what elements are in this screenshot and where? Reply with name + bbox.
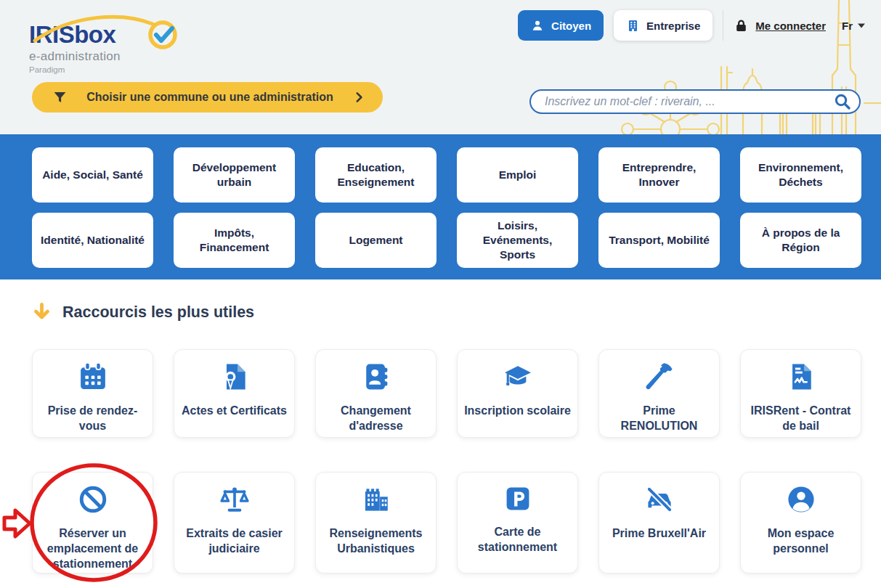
category-transport-mobilite[interactable]: Transport, Mobilité xyxy=(598,213,720,268)
card-irisrent-contrat-de-bail[interactable]: IRISRent - Contrat de bail xyxy=(740,349,861,438)
card-mon-espace-personnel[interactable]: Mon espace personnel xyxy=(740,472,861,573)
shortcuts-heading: Raccourcis les plus utiles xyxy=(32,302,254,322)
category-emploi[interactable]: Emploi xyxy=(457,147,578,203)
login-label: Me connecter xyxy=(755,20,826,32)
entreprise-label: Entreprise xyxy=(646,20,700,32)
login-link[interactable]: Me connecter xyxy=(734,18,826,33)
card-label: Renseignements Urbanistiques xyxy=(322,526,430,557)
scales-icon xyxy=(218,483,251,515)
header-content: IRISbox e-administration Paradigm Citoye… xyxy=(0,0,881,134)
card-changement-adresse[interactable]: Changement d'adresse xyxy=(315,349,437,438)
search-icon xyxy=(833,92,852,111)
language-selector[interactable]: Fr xyxy=(842,20,865,32)
header: IRISbox e-administration Paradigm Citoye… xyxy=(0,0,881,134)
shortcuts-title: Raccourcis les plus utiles xyxy=(62,303,254,322)
city-buildings-icon xyxy=(360,483,393,515)
shortcut-card-grid: Prise de rendez-vous Actes et Certificat… xyxy=(32,349,861,573)
account-row: Citoyen Entreprise xyxy=(518,9,865,41)
lock-icon xyxy=(734,18,749,33)
category-aide-social-sante[interactable]: Aide, Social, Santé xyxy=(32,147,153,203)
category-logement[interactable]: Logement xyxy=(315,213,437,268)
card-prime-renolution[interactable]: Prime RENOLUTION xyxy=(598,349,720,438)
chevron-right-icon xyxy=(352,91,365,104)
category-entreprendre-innover[interactable]: Entreprendre, Innover xyxy=(598,147,720,203)
card-extraits-casier-judiciaire[interactable]: Extraits de casier judiciaire xyxy=(174,472,295,573)
annotation-red-arrow xyxy=(4,510,30,536)
card-label: Prime Bruxell'Air xyxy=(612,526,706,542)
category-developpement-urbain[interactable]: Développement urbain xyxy=(174,147,295,203)
card-label: Extraits de casier judiciaire xyxy=(180,526,288,557)
certificate-icon xyxy=(219,361,251,393)
card-prime-bruxellair[interactable]: Prime Bruxell'Air xyxy=(598,472,720,573)
card-label: Mon espace personnel xyxy=(747,526,855,557)
person-circle-icon xyxy=(785,483,817,515)
category-grid: Aide, Social, Santé Développement urbain… xyxy=(32,147,861,268)
filter-icon xyxy=(52,90,68,105)
address-book-icon xyxy=(360,361,392,393)
calendar-icon xyxy=(77,361,109,393)
search-input[interactable] xyxy=(529,89,861,114)
entreprise-button[interactable]: Entreprise xyxy=(614,10,712,41)
category-environnement-dechets[interactable]: Environnement, Déchets xyxy=(740,147,861,203)
category-a-propos-region[interactable]: À propos de la Région xyxy=(740,213,861,268)
building-icon xyxy=(626,19,640,33)
card-label: Inscription scolaire xyxy=(464,404,571,419)
card-inscription-scolaire[interactable]: Inscription scolaire xyxy=(457,349,578,438)
card-reserver-emplacement-stationnement[interactable]: Réserver un emplacement de stationnement xyxy=(32,472,153,573)
choose-commune-label: Choisir une commune ou une administratio… xyxy=(68,91,352,104)
logo-tagline: Paradigm xyxy=(29,65,65,74)
graduation-cap-icon xyxy=(501,361,535,393)
car-crossed-icon xyxy=(643,483,676,515)
irisbox-homepage: IRISbox e-administration Paradigm Citoye… xyxy=(0,0,881,588)
card-label: Actes et Certificats xyxy=(182,404,287,419)
language-label: Fr xyxy=(842,20,853,32)
choose-commune-button[interactable]: Choisir une commune ou une administratio… xyxy=(32,82,383,113)
parking-icon xyxy=(503,483,533,514)
card-label: Réserver un emplacement de stationnement xyxy=(38,526,147,571)
category-impots-financement[interactable]: Impôts, Financement xyxy=(174,213,295,268)
logo-subtitle: e-administration xyxy=(29,49,121,64)
category-identite-nationalite[interactable]: Identité, Nationalité xyxy=(32,213,153,268)
citoyen-label: Citoyen xyxy=(551,20,591,32)
arrow-down-icon xyxy=(32,302,52,322)
lease-document-icon xyxy=(785,361,817,393)
card-label: IRISRent - Contrat de bail xyxy=(747,404,855,434)
search-button[interactable] xyxy=(833,92,852,111)
category-education-enseignement[interactable]: Education, Enseignement xyxy=(315,147,437,203)
category-loisirs-evenements-sports[interactable]: Loisirs, Evénements, Sports xyxy=(457,213,578,268)
irisbox-logo[interactable]: IRISbox e-administration Paradigm xyxy=(29,6,185,78)
card-label: Prime RENOLUTION xyxy=(605,404,713,434)
card-label: Changement d'adresse xyxy=(322,404,430,434)
caret-down-icon xyxy=(858,23,865,28)
card-actes-et-certificats[interactable]: Actes et Certificats xyxy=(174,349,295,438)
search-bar xyxy=(529,89,861,114)
card-label: Carte de stationnement xyxy=(463,525,572,555)
card-label: Prise de rendez-vous xyxy=(38,404,147,434)
no-entry-icon xyxy=(77,483,109,515)
citoyen-button[interactable]: Citoyen xyxy=(518,10,604,41)
logo-wordmark: IRISbox xyxy=(29,21,115,49)
card-renseignements-urbanistiques[interactable]: Renseignements Urbanistiques xyxy=(315,472,437,573)
card-prise-de-rendez-vous[interactable]: Prise de rendez-vous xyxy=(32,349,153,438)
card-carte-de-stationnement[interactable]: Carte de stationnement xyxy=(457,472,578,573)
hammer-icon xyxy=(644,361,675,393)
header-divider xyxy=(723,10,723,41)
person-icon xyxy=(530,18,545,33)
category-band: Aide, Social, Santé Développement urbain… xyxy=(0,134,881,279)
